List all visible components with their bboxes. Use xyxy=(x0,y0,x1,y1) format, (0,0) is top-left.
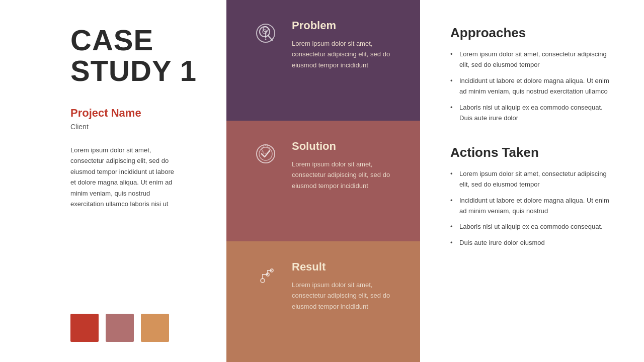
approaches-section: Approaches Lorem ipsum dolor sit amet, c… xyxy=(450,25,614,129)
result-title: Result xyxy=(292,260,400,274)
color-swatches xyxy=(70,304,206,342)
list-item: Lorem ipsum dolor sit amet, consectetur … xyxy=(450,49,614,70)
swatch-mauve xyxy=(106,314,134,342)
problem-section: Problem Lorem ipsum dolor sit amet, cons… xyxy=(226,0,420,121)
list-item: Laboris nisi ut aliquip ex ea commodo co… xyxy=(450,221,614,232)
problem-content: Problem Lorem ipsum dolor sit amet, cons… xyxy=(292,19,400,70)
case-study-title: CASE STUDY 1 xyxy=(70,25,206,86)
swatch-orange xyxy=(141,314,169,342)
approaches-list: Lorem ipsum dolor sit amet, consectetur … xyxy=(450,49,614,124)
list-item: Incididunt ut labore et dolore magna ali… xyxy=(450,195,614,217)
svg-line-5 xyxy=(268,36,272,40)
solution-text: Lorem ipsum dolor sit amet, consectetur … xyxy=(292,159,400,191)
solution-section: Solution Lorem ipsum dolor sit amet, con… xyxy=(226,121,420,241)
list-item: Lorem ipsum dolor sit amet, consectetur … xyxy=(450,168,614,190)
right-panel: Approaches Lorem ipsum dolor sit amet, c… xyxy=(420,0,644,362)
list-item: Incididunt ut labore et dolore magna ali… xyxy=(450,75,614,97)
actions-taken-section: Actions Taken Lorem ipsum dolor sit amet… xyxy=(450,145,614,253)
description-text: Lorem ipsum dolor sit amet, consectetur … xyxy=(70,145,181,210)
solution-title: Solution xyxy=(292,140,400,153)
middle-panel: Problem Lorem ipsum dolor sit amet, cons… xyxy=(226,0,420,362)
list-item: Duis aute irure dolor eiusmod xyxy=(450,237,614,248)
solution-content: Solution Lorem ipsum dolor sit amet, con… xyxy=(292,140,400,191)
result-section: Result Lorem ipsum dolor sit amet, conse… xyxy=(226,241,420,362)
problem-text: Lorem ipsum dolor sit amet, consectetur … xyxy=(292,38,400,70)
svg-point-9 xyxy=(261,279,265,283)
approaches-title: Approaches xyxy=(450,25,614,41)
svg-point-3 xyxy=(265,39,267,40)
left-panel: CASE STUDY 1 Project Name Client Lorem i… xyxy=(0,0,226,362)
list-item: Laboris nisi ut aliquip ex ea commodo co… xyxy=(450,102,614,124)
problem-icon xyxy=(252,19,280,47)
actions-taken-list: Lorem ipsum dolor sit amet, consectetur … xyxy=(450,168,614,248)
result-text: Lorem ipsum dolor sit amet, consectetur … xyxy=(292,280,400,312)
actions-taken-title: Actions Taken xyxy=(450,145,614,160)
swatch-red xyxy=(70,314,99,342)
client-label: Client xyxy=(70,123,206,131)
result-content: Result Lorem ipsum dolor sit amet, conse… xyxy=(292,260,400,312)
problem-title: Problem xyxy=(292,19,400,32)
project-name: Project Name xyxy=(70,107,206,120)
result-icon xyxy=(252,260,280,289)
solution-icon xyxy=(252,140,280,168)
